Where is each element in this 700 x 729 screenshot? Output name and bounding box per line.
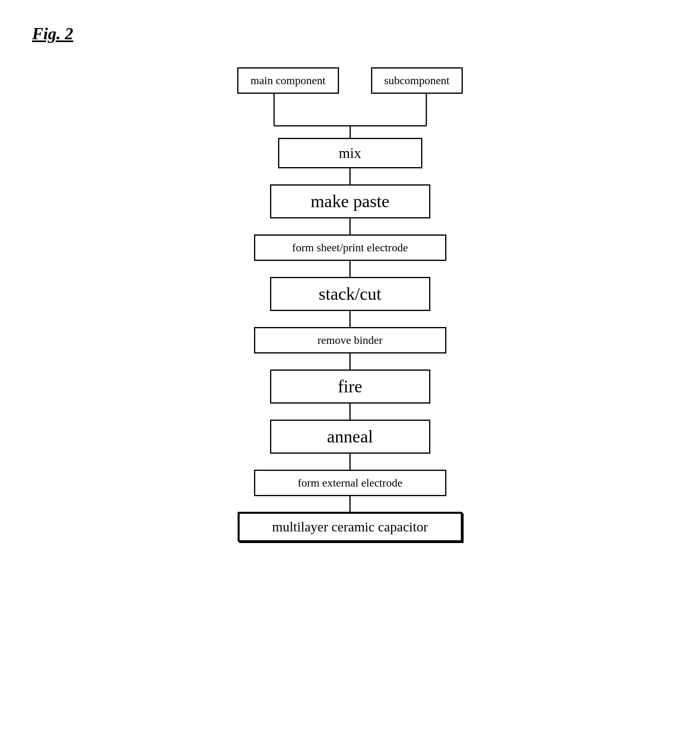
step-form-sheet: form sheet/print electrode: [254, 234, 446, 261]
step-stack-cut: stack/cut: [270, 277, 430, 311]
connector-1: [349, 168, 351, 184]
flow-diagram: main component subcomponent mix make pas…: [32, 67, 668, 542]
page-title: Fig. 2: [32, 24, 668, 43]
form-external-box: form external electrode: [254, 470, 446, 496]
connector-7: [349, 454, 351, 470]
connector-6: [349, 404, 351, 420]
subcomponent-box: subcomponent: [371, 67, 463, 94]
top-row: main component subcomponent: [32, 67, 668, 94]
step-fire: fire: [270, 370, 430, 404]
merge-connector: [198, 94, 502, 138]
step-anneal: anneal: [270, 420, 430, 454]
form-sheet-box: form sheet/print electrode: [254, 234, 446, 261]
multilayer-box: multilayer ceramic capacitor: [238, 512, 462, 542]
anneal-box: anneal: [270, 420, 430, 454]
connector-5: [349, 353, 351, 370]
step-multilayer: multilayer ceramic capacitor: [238, 512, 462, 542]
connector-4: [349, 311, 351, 327]
connector-3: [349, 261, 351, 277]
make-paste-box: make paste: [270, 184, 430, 218]
stack-cut-box: stack/cut: [270, 277, 430, 311]
step-make-paste: make paste: [270, 184, 430, 218]
step-form-external: form external electrode: [254, 470, 446, 496]
step-remove-binder: remove binder: [254, 327, 446, 353]
main-component-box: main component: [237, 67, 339, 94]
mix-box: mix: [278, 138, 422, 168]
connector-8: [349, 496, 351, 512]
connector-2: [349, 218, 351, 234]
step-mix: mix: [278, 138, 422, 168]
fire-box: fire: [270, 370, 430, 404]
remove-binder-box: remove binder: [254, 327, 446, 353]
